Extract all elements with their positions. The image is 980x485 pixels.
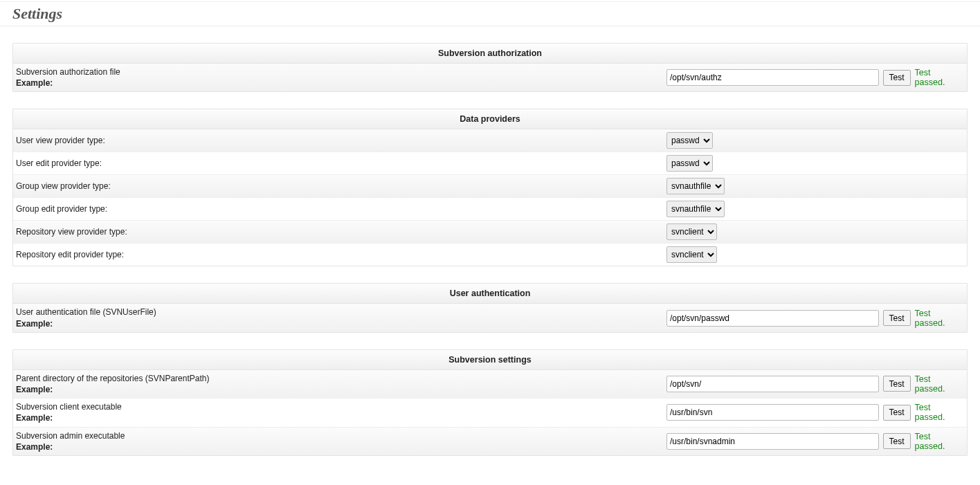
row-authz-file: Subversion authorization file Example: T… xyxy=(13,64,967,91)
label-parent-dir-text: Parent directory of the repositories (SV… xyxy=(16,374,209,383)
row-user-view-provider: User view provider type: passwd xyxy=(13,129,967,152)
status-svn-client: Test passed. xyxy=(915,403,963,422)
row-parent-dir: Parent directory of the repositories (SV… xyxy=(13,370,967,399)
row-user-edit-provider: User edit provider type: passwd xyxy=(13,152,967,175)
label-user-auth-file-example: Example: xyxy=(16,319,53,329)
label-svn-admin: Subversion admin executable Example: xyxy=(16,430,666,452)
section-svn-settings: Subversion settings Parent directory of … xyxy=(12,349,968,456)
label-svn-client-example: Example: xyxy=(16,413,53,423)
label-authz-file: Subversion authorization file Example: xyxy=(16,66,666,89)
label-user-view-provider: User view provider type: xyxy=(16,135,666,146)
page-title: Settings xyxy=(0,1,980,26)
row-repo-edit-provider: Repository edit provider type: svnclient xyxy=(13,244,967,266)
test-button-parent-dir[interactable]: Test xyxy=(883,376,911,392)
label-authz-file-example: Example: xyxy=(16,78,53,88)
select-user-edit-provider[interactable]: passwd xyxy=(666,155,713,172)
status-user-auth-file: Test passed. xyxy=(915,309,963,328)
label-parent-dir: Parent directory of the repositories (SV… xyxy=(16,373,666,395)
section-header-svn-authorization: Subversion authorization xyxy=(13,44,967,64)
row-group-view-provider: Group view provider type: svnauthfile xyxy=(13,175,967,198)
label-svn-client: Subversion client executable Example: xyxy=(16,401,666,423)
select-group-view-provider[interactable]: svnauthfile xyxy=(666,178,725,194)
row-svn-client: Subversion client executable Example: Te… xyxy=(13,399,967,427)
select-group-edit-provider[interactable]: svnauthfile xyxy=(666,201,725,217)
input-svn-client[interactable] xyxy=(666,404,879,421)
section-data-providers: Data providers User view provider type: … xyxy=(12,109,968,266)
input-svn-admin[interactable] xyxy=(666,433,879,450)
input-user-auth-file[interactable] xyxy=(666,310,879,327)
row-svn-admin: Subversion admin executable Example: Tes… xyxy=(13,428,967,455)
row-repo-view-provider: Repository view provider type: svnclient xyxy=(13,221,967,244)
input-authz-file[interactable] xyxy=(666,69,879,86)
label-user-edit-provider: User edit provider type: xyxy=(16,158,666,169)
select-user-view-provider[interactable]: passwd xyxy=(666,132,713,149)
label-user-auth-file: User authentication file (SVNUserFile) E… xyxy=(16,306,666,329)
label-parent-dir-example: Example: xyxy=(16,385,53,394)
section-svn-authorization: Subversion authorization Subversion auth… xyxy=(12,43,968,92)
select-repo-view-provider[interactable]: svnclient xyxy=(666,223,717,240)
section-header-data-providers: Data providers xyxy=(13,109,967,129)
status-svn-admin: Test passed. xyxy=(915,432,963,451)
section-header-svn-settings: Subversion settings xyxy=(13,350,967,370)
input-parent-dir[interactable] xyxy=(666,376,879,392)
section-header-user-authentication: User authentication xyxy=(13,284,967,304)
label-group-edit-provider: Group edit provider type: xyxy=(16,203,666,214)
label-repo-view-provider: Repository view provider type: xyxy=(16,226,666,237)
test-button-user-auth-file[interactable]: Test xyxy=(883,310,911,326)
status-parent-dir: Test passed. xyxy=(915,374,963,394)
label-user-auth-file-text: User authentication file (SVNUserFile) xyxy=(16,307,156,317)
row-group-edit-provider: Group edit provider type: svnauthfile xyxy=(13,198,967,221)
select-repo-edit-provider[interactable]: svnclient xyxy=(666,246,717,263)
label-authz-file-text: Subversion authorization file xyxy=(16,67,120,77)
label-svn-client-text: Subversion client executable xyxy=(16,402,122,412)
test-button-authz-file[interactable]: Test xyxy=(883,70,911,86)
test-button-svn-admin[interactable]: Test xyxy=(883,433,911,449)
status-authz-file: Test passed. xyxy=(915,68,963,87)
label-svn-admin-example: Example: xyxy=(16,442,53,452)
label-repo-edit-provider: Repository edit provider type: xyxy=(16,249,666,260)
label-group-view-provider: Group view provider type: xyxy=(16,181,666,192)
label-svn-admin-text: Subversion admin executable xyxy=(16,431,125,441)
test-button-svn-client[interactable]: Test xyxy=(883,405,911,421)
section-user-authentication: User authentication User authentication … xyxy=(12,283,968,332)
row-user-auth-file: User authentication file (SVNUserFile) E… xyxy=(13,304,967,331)
